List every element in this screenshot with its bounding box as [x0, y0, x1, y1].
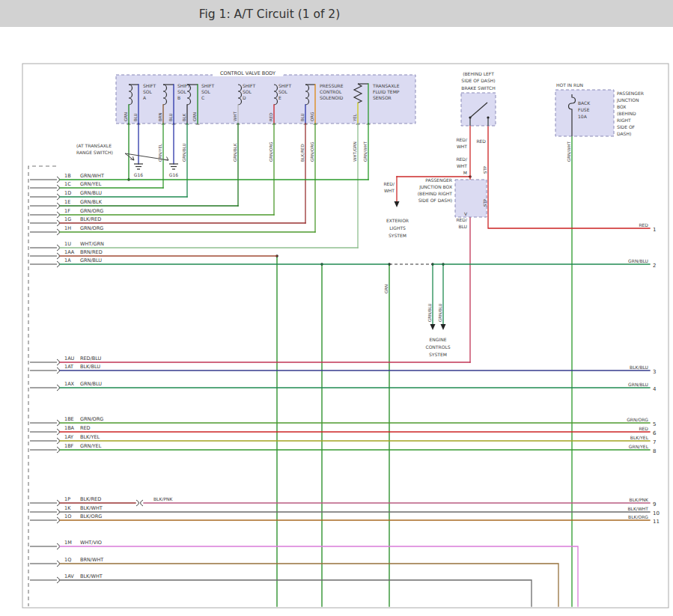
wire-row-1BE: 1BE GRN/ORG — [30, 416, 650, 426]
harness-color-label: GRN/WHT — [363, 141, 368, 162]
wire-row-1AY: 1AY BLK/YEL — [30, 434, 650, 444]
wire-color-label: RED/WHT — [456, 156, 468, 168]
harness-color-label: GRN/ORG — [269, 142, 273, 162]
ground-icon — [169, 164, 178, 169]
wire-row-1Q: 1Q BRN/WHT — [30, 557, 558, 606]
exit-number: 1 — [653, 227, 656, 233]
component-label: PRESSURECONTROLSOLENOID — [320, 83, 344, 100]
wire-row-1A: 1A GRN/BLU — [30, 257, 650, 267]
wire-color-label: BLK/BLU — [630, 365, 648, 370]
wire-color-label: GRN/YEL — [80, 443, 102, 449]
back-fuse-box: HOT IN RUN BACKFUSE10A PASSENGERJUNCTION… — [555, 82, 644, 136]
wire-pin-label: 1A — [64, 257, 71, 263]
wire-pin-label: 1E — [64, 199, 70, 205]
wire-pin-label: 1M — [64, 540, 72, 546]
wire-pin-label: 1AX — [64, 381, 75, 387]
wire-color-label: GRN/BLU — [628, 382, 648, 387]
wire-row-1M: 1M WHT/VIO — [30, 540, 578, 606]
wire-row-1BF: 1BF GRN/YEL — [30, 443, 650, 453]
wire-color-label: RED — [639, 222, 648, 228]
exit-number: 6 — [653, 430, 657, 436]
wire-row-1BA: 1BA RED — [30, 425, 650, 435]
junction-box-outline — [455, 180, 487, 217]
control-valve-body: CONTROL VALVE BODY GRN BLU SHIFTSOLA BRN… — [116, 69, 415, 123]
wire-color-label: BLK/PNK — [630, 497, 650, 502]
wire-exit-8: GRN/YEL 8 — [629, 444, 657, 454]
brake-switch-box — [461, 93, 496, 126]
wire-color-label: GRN/BLU — [427, 303, 432, 322]
inline-connector-icon — [136, 500, 139, 506]
wire-row-1AT: 1AT BLK/BLU — [30, 364, 650, 373]
wire-color-label: BLK/RED — [80, 496, 101, 502]
wire-pin-label: 1BE — [64, 416, 74, 422]
wire-pin-label: 1D — [64, 190, 71, 196]
harness-color-label: GRN/BLK — [233, 143, 237, 162]
control-valve-body-label: CONTROL VALVE BODY — [220, 70, 275, 76]
exit-number: 9 — [653, 501, 656, 507]
page: Fig 1: A/T Circuit (1 of 2) CONTROL VALV… — [0, 0, 673, 616]
wire-pin-label: 1H — [64, 225, 71, 231]
wire-color-label: RED/BLU — [456, 217, 468, 229]
wire-pin-label: 1G — [64, 216, 71, 222]
wire-color-label: GRN/BLK — [80, 199, 103, 205]
wire-pin-label: 1Q — [64, 557, 71, 563]
wire-exit-1: RED 1 — [639, 222, 656, 233]
junction-pin-label: M — [463, 170, 467, 175]
wire-exit-3: BLK/BLU 3 — [630, 365, 656, 375]
fuse-box-location-label: PASSENGERJUNCTIONBOX(BEHINDRIGHTSIDE OFD… — [616, 91, 644, 136]
wire-pin-label: 1O — [64, 513, 71, 519]
wire-color-label: RED — [476, 138, 486, 144]
wire-color-label: BLK/ORG — [628, 514, 648, 519]
wire-pin-label: 1AV — [64, 573, 74, 579]
wire-color-label: RED — [80, 425, 91, 431]
wire-color-label: BLK/WHT — [627, 506, 648, 511]
pin-color-label: BLK — [182, 113, 186, 121]
stp-label: STP — [483, 165, 487, 174]
wire-color-label: GRN/YEL — [80, 181, 102, 187]
exit-number: 2 — [653, 263, 656, 269]
wire-pin-label: 1F — [64, 208, 70, 214]
wire-color-label: GRN/ORG — [80, 208, 103, 214]
pin-color-label: BLU — [300, 113, 305, 121]
engine-controls-system: GRN/BLU GRN/BLU ENGINECONTROLSSYSTEM — [425, 263, 450, 357]
right-exit-labels: RED 1 GRN/BLU 2 BLK/BLU 3 GRN/BLU 4 GRN/… — [627, 222, 660, 525]
wire-color-label: GRN/WHT — [567, 141, 571, 162]
wire-color-label: BLK/YEL — [630, 435, 649, 440]
wire-color-label: GRN/ORG — [627, 417, 648, 422]
brake-switch-label: BRAKE SWITCH — [461, 85, 495, 91]
wire-exit-2: GRN/BLU 2 — [628, 258, 656, 269]
ground-label: G16 — [134, 172, 143, 177]
exit-number: 5 — [653, 421, 656, 427]
wire-pin-label: 1AA — [64, 249, 75, 255]
exit-number: 10 — [653, 510, 660, 516]
wire-color-label: BLK/RED — [80, 216, 101, 222]
pin-color-label: RED — [269, 112, 273, 121]
exterior-lights-label: EXTERIORLIGHTSSYSTEM — [386, 218, 409, 238]
fuse-condition-label: HOT IN RUN — [556, 82, 583, 88]
exit-number: 4 — [653, 386, 657, 392]
ground-label: G16 — [169, 172, 178, 177]
exit-number: 8 — [653, 448, 656, 454]
wire-row-1E: 1E GRN/BLK — [30, 199, 238, 209]
wire-color-label: BLK/BLU — [80, 364, 100, 370]
wire-pin-label: 1BA — [64, 425, 75, 431]
engine-controls-label: ENGINECONTROLSSYSTEM — [425, 337, 450, 357]
wire-color-label: BRN/WHT — [80, 557, 103, 563]
wire-row-1H: 1H GRN/ORG — [30, 225, 315, 235]
junction-box-label: PASSENGERJUNCTION BOX(BEHIND RIGHTSIDE O… — [418, 177, 453, 203]
harness-color-label: WHT/GRN — [353, 141, 357, 162]
wire-pin-label: 1U — [64, 241, 71, 247]
wire-row-1AV: 1AV BLK/WHT — [30, 573, 532, 606]
wiring-diagram: Fig 1: A/T Circuit (1 of 2) CONTROL VALV… — [0, 0, 673, 616]
wire-row-1P: 1P BLK/RED BLK/PNK — [30, 496, 650, 506]
wire-row-1D: 1D GRN/BLU — [30, 190, 187, 200]
wire-color-label: GRN/BLU — [438, 303, 442, 322]
wire-color-label: GRN — [384, 284, 389, 293]
wire-color-label: BLK/PNK — [153, 496, 174, 501]
pin-color-label: WHT — [233, 111, 237, 121]
ground-location-note: (AT TRANSAXLERANGE SWITCH) — [76, 143, 113, 155]
wire-rows: 1B GRN/WHT 1C GRN/YEL 1D GRN/BLU 1E GRN/… — [30, 173, 650, 606]
wire-color-label: WHT/VIO — [80, 540, 102, 546]
fuse-box-outline — [555, 90, 614, 136]
wire-color-label: BLK/WHT — [80, 505, 103, 511]
